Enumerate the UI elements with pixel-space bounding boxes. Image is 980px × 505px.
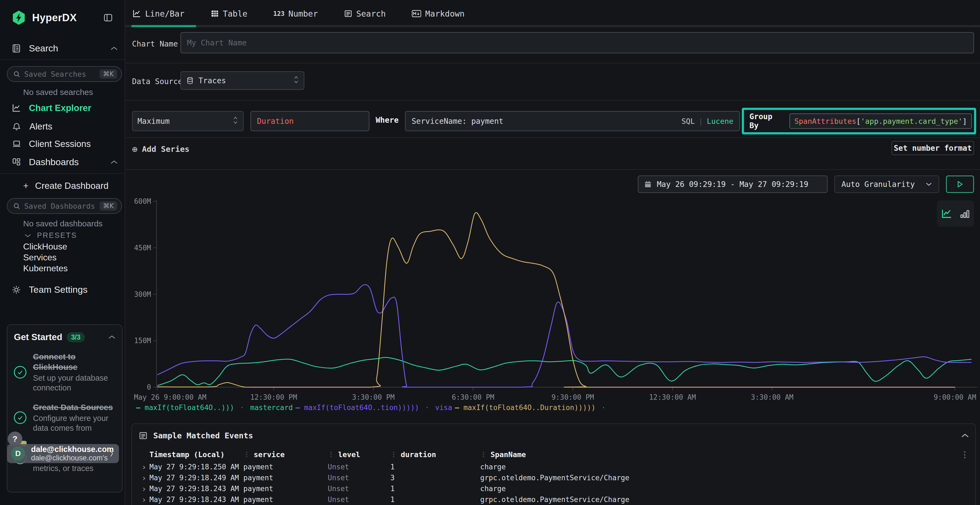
tab-number[interactable]: 123 Number — [273, 9, 318, 19]
data-source-select[interactable]: Traces — [180, 71, 304, 90]
user-menu[interactable]: D dale@clickhouse.com dale@clickhouse.co… — [7, 444, 119, 463]
chart-explorer-label: Chart Explorer — [29, 103, 91, 113]
tab-table[interactable]: Table — [210, 9, 247, 19]
main-content: Line/Bar Table 123 Number Search — [125, 0, 980, 505]
get-started-item-datasources[interactable]: Create Data Sources Configure where your… — [14, 402, 115, 433]
col-timestamp[interactable]: Timestamp (Local) — [150, 450, 243, 459]
row-expand-icon[interactable]: › — [138, 495, 150, 505]
column-handle-icon[interactable]: ⋮ — [390, 451, 397, 458]
event-row[interactable]: › May 27 9:29:18.250 AM payment Unset 1 … — [138, 462, 969, 472]
sidebar-item-alerts[interactable]: Alerts — [12, 121, 118, 132]
column-handle-icon[interactable]: ⋮ — [480, 451, 487, 458]
saved-dashboards-search[interactable]: ⌘K — [7, 198, 122, 214]
sidebar-header: HyperDX — [11, 10, 114, 25]
database-icon — [186, 76, 194, 85]
saved-searches-input[interactable] — [24, 70, 100, 78]
row-expand-icon[interactable]: › — [138, 462, 150, 472]
date-range-picker[interactable]: May 26 09:29:19 - May 27 09:29:19 — [638, 176, 827, 193]
get-started-item-title: Create Data Sources — [33, 402, 115, 413]
column-handle-icon[interactable]: ⋮ — [243, 451, 250, 458]
sidebar-section-dashboards[interactable]: Dashboards — [11, 157, 118, 167]
sidebar-item-client-sessions[interactable]: Client Sessions — [11, 139, 118, 149]
event-row[interactable]: › May 27 9:29:18.249 AM payment Unset 3 … — [138, 472, 969, 483]
aggregation-select[interactable]: Maximum — [132, 111, 243, 131]
get-started-panel: Get Started 3/3 Connect to ClickHouse Se… — [7, 324, 123, 492]
dashboards-label: Dashboards — [29, 157, 79, 167]
column-handle-icon[interactable]: ⋮ — [328, 451, 334, 458]
col-service[interactable]: ⋮service — [243, 450, 328, 459]
set-number-format-button[interactable]: Set number format — [891, 141, 974, 155]
create-dashboard-button[interactable]: + Create Dashboard — [23, 180, 118, 191]
presets-toggle[interactable]: PRESETS — [24, 231, 117, 240]
markdown-icon — [412, 10, 422, 18]
table-options-icon[interactable]: ⋮ — [955, 450, 969, 459]
svg-text:12:30:00 PM: 12:30:00 PM — [250, 393, 297, 401]
field-value: Duration — [257, 117, 294, 126]
laptop-icon — [11, 139, 22, 149]
events-table-header: Timestamp (Local) ⋮service ⋮level ⋮durat… — [138, 447, 969, 462]
query-language-toggle[interactable]: SQL | Lucene — [681, 117, 733, 125]
group-by-input[interactable]: SpanAttributes['app.payment.card_type'] — [789, 113, 972, 129]
svg-text:3:30:00 AM: 3:30:00 AM — [751, 393, 794, 401]
get-started-header[interactable]: Get Started 3/3 — [14, 332, 115, 342]
divider — [0, 59, 125, 60]
col-duration[interactable]: ⋮duration — [390, 450, 480, 459]
tab-search[interactable]: Search — [344, 9, 386, 19]
group-by-highlight-annotation: Group By SpanAttributes['app.payment.car… — [742, 108, 976, 134]
list-box-icon — [138, 431, 148, 440]
calendar-icon — [644, 180, 652, 189]
collapse-panel-icon[interactable] — [961, 434, 969, 438]
sidebar-item-chart-explorer[interactable]: Chart Explorer — [11, 103, 118, 113]
chevron-down-icon — [926, 182, 932, 186]
event-row[interactable]: › May 27 9:29:18.243 AM payment Unset 1 … — [138, 483, 969, 494]
field-input[interactable]: Duration — [250, 111, 369, 131]
sidebar-item-team-settings[interactable]: Team Settings — [11, 284, 118, 295]
get-started-item-connect[interactable]: Connect to ClickHouse Set up your databa… — [14, 351, 115, 393]
legend-entry[interactable]: — maxIf(toFloat64O..tion))))) · visa — [296, 403, 452, 412]
dashboards-icon — [11, 157, 21, 167]
sidebar-section-search[interactable]: Search — [11, 43, 118, 54]
user-email: dale@clickhouse.com — [31, 445, 109, 454]
tab-markdown[interactable]: Markdown — [412, 9, 465, 19]
saved-searches-search[interactable]: ⌘K — [7, 66, 122, 82]
add-series-button[interactable]: ⊕ Add Series — [132, 144, 189, 154]
sql-toggle-label[interactable]: SQL — [681, 117, 695, 125]
data-source-label: Data Source — [132, 77, 182, 86]
col-spanname[interactable]: ⋮SpanName — [480, 450, 955, 459]
data-source-value: Traces — [199, 76, 226, 85]
chevron-up-icon[interactable] — [108, 335, 115, 339]
legend-entry[interactable]: — maxIf(toFloat64O..))) · mastercard — [136, 403, 293, 412]
run-query-button[interactable] — [946, 176, 974, 193]
add-series-label: Add Series — [142, 145, 189, 154]
timeseries-chart[interactable]: 0150M300M450M600MMay 26 9:00:00 AM12:30:… — [134, 192, 980, 404]
svg-text:3:30:00 PM: 3:30:00 PM — [352, 393, 395, 401]
select-updown-icon — [293, 76, 299, 86]
row-expand-icon[interactable]: › — [138, 473, 150, 483]
select-updown-icon — [233, 116, 238, 126]
line-chart-icon — [132, 9, 141, 18]
sidebar-collapse-icon[interactable] — [102, 13, 114, 22]
legend-entry[interactable]: — maxIf(toFloat64O..Duration))))) · — [455, 403, 607, 412]
search-icon — [13, 70, 21, 78]
date-range-value: May 26 09:29:19 - May 27 09:29:19 — [657, 180, 808, 189]
bell-icon — [12, 122, 21, 132]
chart-name-input[interactable]: My Chart Name — [180, 32, 974, 53]
number-123-icon: 123 — [273, 10, 285, 17]
col-level[interactable]: ⋮level — [328, 450, 390, 459]
avatar: D — [11, 446, 25, 461]
divider — [125, 137, 980, 138]
user-sub-label: dale@clickhouse.com's — [31, 454, 109, 462]
svg-text:0: 0 — [147, 383, 151, 391]
where-input[interactable]: ServiceName: payment SQL | Lucene — [405, 111, 740, 131]
granularity-select[interactable]: Auto Granularity — [834, 176, 939, 193]
plus-circle-icon: ⊕ — [132, 144, 137, 154]
group-by-label: Group By — [749, 112, 784, 130]
svg-text:450M: 450M — [134, 244, 151, 252]
lucene-toggle-label[interactable]: Lucene — [707, 117, 733, 125]
chart-type-tabs: Line/Bar Table 123 Number Search — [125, 0, 980, 27]
row-expand-icon[interactable]: › — [138, 484, 150, 494]
plus-icon: + — [23, 180, 29, 191]
tab-line-bar[interactable]: Line/Bar — [132, 9, 185, 19]
event-row[interactable]: › May 27 9:29:18.243 AM payment Unset 1 … — [138, 494, 969, 505]
saved-dashboards-input[interactable] — [24, 202, 100, 210]
